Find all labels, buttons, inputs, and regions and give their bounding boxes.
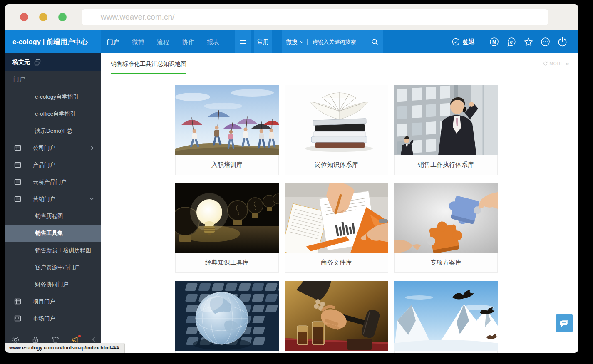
- search-icon[interactable]: [371, 38, 379, 46]
- nav-divider: [480, 38, 480, 46]
- sidebar-item-project-portal[interactable]: 项目门户: [5, 293, 101, 310]
- theme-shirt-icon[interactable]: [51, 336, 60, 344]
- card-image-globe-keyboard: [175, 281, 279, 351]
- nav-item-reports[interactable]: 报表: [201, 30, 226, 53]
- card-label: 岗位知识体系库: [285, 155, 388, 175]
- address-bar[interactable]: www.weaver.com.cn/: [82, 9, 548, 25]
- all-menus-button[interactable]: [235, 30, 251, 53]
- search-input[interactable]: [312, 38, 371, 45]
- card-sales-execution[interactable]: 销售工作执行体系库: [394, 85, 498, 175]
- nav-item-portal[interactable]: 门户: [101, 30, 126, 53]
- chevron-down-icon: [89, 197, 94, 201]
- global-search: 微搜: [282, 30, 383, 53]
- nav-item-workflow[interactable]: 流程: [151, 30, 176, 53]
- sidebar-item-company-portal[interactable]: 公司门户: [5, 139, 101, 156]
- signout-button[interactable]: 签退: [452, 38, 474, 46]
- user-name: 杨文元: [12, 59, 30, 66]
- browser-window: www.weaver.com.cn/ e-cology | 前端用户中心 杨文元…: [5, 4, 578, 353]
- sidebar-item-demo[interactable]: 演示Demo汇总: [5, 122, 101, 139]
- card-gavel[interactable]: [285, 281, 388, 353]
- card-label: [395, 351, 497, 353]
- emessage-button[interactable]: e: [503, 37, 520, 47]
- refresh-icon: [543, 61, 548, 66]
- more-options-button[interactable]: [537, 37, 554, 47]
- card-position-knowledge[interactable]: 岗位知识体系库: [285, 85, 388, 175]
- tab-bar: 销售标准化工具汇总知识地图 MORE ≫: [101, 53, 578, 74]
- card-image-umbrella-team: [175, 85, 279, 155]
- announcement-megaphone-icon[interactable]: [71, 336, 80, 344]
- more-link[interactable]: MORE ≫: [543, 61, 570, 66]
- knowledge-map-grid: 入职培训库: [175, 85, 578, 353]
- chevron-down-icon[interactable]: [300, 40, 304, 44]
- portal-table-icon: [14, 298, 21, 305]
- power-icon: [558, 37, 567, 47]
- menu-section-label: 门户: [13, 76, 25, 83]
- search-engine-selector[interactable]: 微搜: [286, 38, 298, 46]
- portal-list-icon: [14, 178, 21, 186]
- card-image-glowing-bulb: [175, 183, 279, 253]
- tab-knowledge-map[interactable]: 销售标准化工具汇总知识地图: [111, 53, 186, 74]
- sidebar: e-cology | 前端用户中心 杨文元 门户 e-cology自学指引 e-…: [5, 30, 101, 353]
- sidebar-item-market-portal[interactable]: 市场门户: [5, 310, 101, 327]
- card-image-business-documents: [285, 183, 388, 253]
- sidebar-item-yunqiao-portal[interactable]: 云桥产品门户: [5, 173, 101, 191]
- sidebar-item-finance-portal[interactable]: 财务协同门户: [5, 276, 101, 293]
- card-globe-keyboard[interactable]: [175, 281, 279, 353]
- search-divider: [307, 39, 308, 45]
- browser-chrome: www.weaver.com.cn/: [5, 4, 578, 30]
- collapse-sidebar-icon[interactable]: [92, 337, 96, 342]
- mobile-m-button[interactable]: M: [486, 37, 503, 47]
- top-navigation-bar: 门户 微博 流程 协作 报表 常用 微搜: [101, 30, 578, 53]
- sidebar-item-ecology-guide[interactable]: e-cology自学指引: [5, 88, 101, 105]
- minimize-window-button[interactable]: [39, 13, 47, 21]
- maximize-window-button[interactable]: [58, 13, 67, 21]
- portal-grid-icon: [14, 144, 21, 151]
- card-label: [285, 351, 388, 353]
- settings-gear-icon[interactable]: [12, 336, 20, 344]
- card-image-eagles-mountains: [394, 281, 498, 351]
- favorites-button[interactable]: [520, 37, 537, 47]
- card-special-solutions[interactable]: 专项方案库: [394, 183, 498, 273]
- svg-text:e: e: [510, 39, 513, 45]
- card-label: 专项方案库: [395, 253, 497, 272]
- frequent-button[interactable]: 常用: [254, 30, 272, 53]
- m-badge-icon: M: [489, 37, 499, 47]
- url-text: www.weaver.com.cn/: [101, 12, 174, 22]
- card-image-gavel: [285, 281, 388, 351]
- switch-account-icon[interactable]: [34, 59, 41, 66]
- app-title: e-cology | 前端用户中心: [5, 30, 101, 53]
- card-label: 销售工作执行体系库: [395, 155, 497, 175]
- sidebar-item-sales-toolkit[interactable]: 销售工具集: [5, 225, 101, 242]
- card-label: 经典知识工具库: [176, 253, 278, 272]
- card-label: 入职培训库: [176, 155, 278, 175]
- nav-item-weibo[interactable]: 微博: [126, 30, 151, 53]
- sidebar-item-sales-journey[interactable]: 销售历程图: [5, 208, 101, 225]
- star-icon: [524, 37, 533, 47]
- sidebar-item-marketing-portal[interactable]: 营销门户: [5, 191, 101, 208]
- user-row[interactable]: 杨文元: [5, 53, 101, 71]
- sidebar-item-customer-center[interactable]: 客户资源中心门户: [5, 259, 101, 276]
- close-window-button[interactable]: [20, 13, 28, 21]
- portal-content: 销售标准化工具汇总知识地图 MORE ≫: [101, 53, 578, 353]
- sidebar-item-product-portal[interactable]: 产品门户: [5, 156, 101, 173]
- ellipsis-circle-icon: [541, 37, 550, 47]
- check-circle-icon: [452, 38, 460, 46]
- card-business-documents[interactable]: 商务文件库: [285, 183, 388, 273]
- lock-icon[interactable]: [32, 336, 39, 344]
- portal-list-icon: [14, 196, 21, 203]
- card-eagles-mountains[interactable]: [394, 281, 498, 353]
- sidebar-item-eoffice-guide[interactable]: e-office自学指引: [5, 105, 101, 122]
- svg-text:M: M: [492, 40, 496, 45]
- card-classic-knowledge[interactable]: 经典知识工具库: [175, 183, 279, 273]
- sidebar-item-sales-training[interactable]: 销售新员工培训历程图: [5, 242, 101, 259]
- power-button[interactable]: [554, 37, 571, 47]
- card-onboarding-training[interactable]: 入职培训库: [175, 85, 279, 175]
- card-label: 商务文件库: [285, 253, 388, 272]
- browser-status-bar: www.e-cology.com.cn/toolsmap/index.html#…: [5, 343, 125, 353]
- nav-item-collaboration[interactable]: 协作: [176, 30, 201, 53]
- hamburger-menu-icon: [239, 40, 247, 44]
- chat-bubbles-icon: [560, 319, 569, 327]
- window-controls: [20, 13, 67, 21]
- portal-frame-icon: [14, 315, 21, 322]
- chat-widget-button[interactable]: [556, 314, 573, 332]
